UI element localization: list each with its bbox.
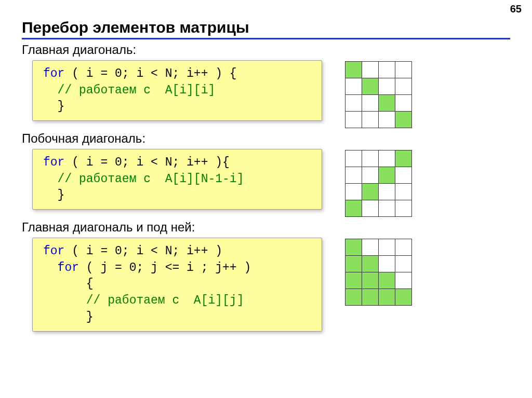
matrix-cell: [362, 184, 379, 200]
matrix-cell: [345, 150, 362, 167]
matrix-cell: [379, 62, 395, 78]
code-comment: // работаем с A[i][N-1-i]: [43, 171, 312, 188]
matrix-cell: [379, 239, 395, 256]
matrix-cell: [395, 239, 412, 256]
page-title: Перебор элементов матрицы: [22, 19, 510, 39]
matrix-anti-diagonal: [345, 150, 412, 217]
matrix-cell: [395, 272, 412, 289]
matrix-cell: [379, 167, 395, 184]
matrix-cell: [379, 150, 395, 167]
code-kw: for: [43, 67, 64, 80]
matrix-cell: [379, 289, 395, 306]
matrix-cell: [395, 62, 412, 78]
matrix-cell: [362, 112, 379, 128]
matrix-cell: [362, 150, 379, 167]
code-text: }: [43, 99, 312, 115]
matrix-cell: [379, 256, 395, 272]
row-anti-diagonal: for ( i = 0; i < N; i++ ){ // работаем с…: [0, 149, 532, 217]
matrix-cell: [345, 256, 362, 272]
matrix-cell: [345, 95, 362, 112]
code-text: ( i = 0; i < N; i++ ): [64, 244, 222, 258]
matrix-cell: [395, 150, 412, 167]
code-kw: for: [43, 261, 79, 275]
matrix-cell: [395, 256, 412, 272]
matrix-cell: [362, 256, 379, 272]
matrix-cell: [345, 239, 362, 256]
matrix-cell: [362, 272, 379, 289]
matrix-cell: [379, 78, 395, 95]
matrix-cell: [395, 200, 412, 217]
matrix-cell: [379, 200, 395, 217]
matrix-cell: [362, 78, 379, 95]
code-kw: for: [43, 244, 64, 258]
matrix-cell: [345, 78, 362, 95]
matrix-cell: [345, 272, 362, 289]
matrix-cell: [395, 112, 412, 128]
matrix-cell: [395, 78, 412, 95]
matrix-cell: [395, 184, 412, 200]
code-box-main-diagonal: for ( i = 0; i < N; i++ ) { // работаем …: [32, 60, 322, 121]
matrix-cell: [345, 289, 362, 306]
section-label-anti-diagonal: Побочная диагональ:: [22, 131, 532, 146]
matrix-cell: [379, 184, 395, 200]
matrix-lower-triangle: [345, 239, 412, 306]
matrix-main-diagonal: [345, 61, 412, 128]
matrix-cell: [362, 239, 379, 256]
row-lower-triangle: for ( i = 0; i < N; i++ ) for ( j = 0; j…: [0, 238, 532, 332]
code-text: ( j = 0; j <= i ; j++ ): [79, 261, 251, 275]
code-kw: for: [43, 156, 64, 169]
matrix-cell: [345, 62, 362, 78]
matrix-cell: [345, 112, 362, 128]
matrix-cell: [362, 95, 379, 112]
matrix-cell: [362, 167, 379, 184]
code-comment: // работаем с A[i][i]: [43, 83, 312, 99]
code-text: }: [43, 187, 312, 204]
matrix-cell: [379, 95, 395, 112]
code-comment: // работаем с A[i][j]: [43, 293, 312, 309]
matrix-cell: [345, 200, 362, 217]
page-number: 65: [510, 3, 522, 15]
section-label-main-diagonal: Главная диагональ:: [22, 43, 532, 57]
code-box-lower-triangle: for ( i = 0; i < N; i++ ) for ( j = 0; j…: [32, 238, 322, 332]
matrix-cell: [362, 289, 379, 306]
code-text: ( i = 0; i < N; i++ ){: [64, 156, 229, 169]
code-box-anti-diagonal: for ( i = 0; i < N; i++ ){ // работаем с…: [32, 149, 322, 210]
code-text: {: [43, 276, 312, 293]
code-text: }: [43, 309, 312, 326]
matrix-cell: [395, 289, 412, 306]
matrix-cell: [345, 167, 362, 184]
matrix-cell: [345, 184, 362, 200]
section-label-lower-triangle: Главная диагональ и под ней:: [22, 220, 532, 235]
matrix-cell: [379, 272, 395, 289]
matrix-cell: [362, 200, 379, 217]
matrix-cell: [395, 167, 412, 184]
matrix-cell: [379, 112, 395, 128]
matrix-cell: [362, 62, 379, 78]
matrix-cell: [395, 95, 412, 112]
code-text: ( i = 0; i < N; i++ ) {: [64, 67, 236, 80]
row-main-diagonal: for ( i = 0; i < N; i++ ) { // работаем …: [0, 60, 532, 128]
